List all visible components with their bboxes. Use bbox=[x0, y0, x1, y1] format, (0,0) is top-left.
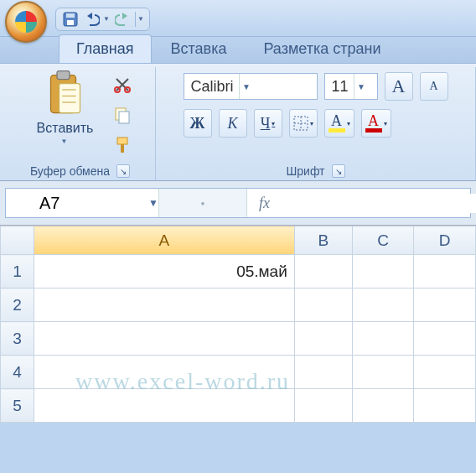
row-header-3[interactable]: 3 bbox=[1, 322, 34, 356]
cell-D4[interactable] bbox=[414, 356, 476, 389]
fill-color-glyph: A bbox=[331, 114, 342, 127]
cell-B4[interactable] bbox=[294, 356, 352, 389]
col-header-D[interactable]: D bbox=[414, 226, 476, 255]
quick-access-toolbar: ▼ ▼ bbox=[55, 8, 150, 31]
svg-rect-14 bbox=[121, 144, 124, 153]
name-box-dropdown-icon[interactable]: ▼ bbox=[148, 197, 158, 209]
shrink-font-button[interactable]: A bbox=[420, 72, 448, 101]
cell-A1[interactable]: 05.май bbox=[34, 255, 295, 288]
paste-dropdown-icon[interactable]: ▼ bbox=[61, 138, 68, 145]
format-painter-icon[interactable] bbox=[111, 134, 133, 156]
formula-bar: ▼ fx bbox=[5, 188, 471, 218]
cell-C2[interactable] bbox=[352, 288, 414, 322]
group-clipboard: Вставить ▼ Буфер обмена ↘ bbox=[5, 67, 156, 180]
cell-D1[interactable] bbox=[414, 255, 476, 288]
cell-A4[interactable] bbox=[34, 356, 295, 389]
paste-label: Вставить bbox=[37, 121, 94, 136]
font-size-combo[interactable]: 11▼ bbox=[324, 73, 378, 100]
tab-page-layout[interactable]: Разметка страни bbox=[246, 34, 398, 63]
save-icon[interactable] bbox=[61, 10, 80, 29]
cut-icon[interactable] bbox=[111, 74, 133, 96]
font-dialog-launcher-icon[interactable]: ↘ bbox=[332, 164, 345, 178]
row-header-1[interactable]: 1 bbox=[1, 255, 34, 288]
paste-button[interactable]: Вставить ▼ bbox=[28, 69, 103, 145]
svg-rect-12 bbox=[119, 112, 129, 123]
fill-color-button[interactable]: A bbox=[324, 109, 354, 138]
cell-D2[interactable] bbox=[414, 288, 476, 322]
ribbon-tabs: Главная Вставка Разметка страни bbox=[0, 37, 476, 64]
col-header-C[interactable]: C bbox=[352, 226, 414, 255]
borders-button[interactable] bbox=[289, 109, 318, 138]
formula-input[interactable] bbox=[282, 194, 476, 213]
cell-C3[interactable] bbox=[352, 322, 414, 356]
cell-B2[interactable] bbox=[294, 288, 352, 322]
row-header-5[interactable]: 5 bbox=[1, 389, 34, 423]
svg-rect-1 bbox=[66, 13, 75, 18]
group-font: Calibri▼ 11▼ A A Ж К Ч A A bbox=[156, 67, 476, 180]
font-name-combo[interactable]: Calibri▼ bbox=[184, 73, 318, 100]
redo-icon[interactable] bbox=[113, 10, 132, 29]
cell-A5[interactable] bbox=[34, 389, 295, 423]
svg-rect-13 bbox=[117, 138, 127, 144]
undo-icon[interactable] bbox=[83, 10, 101, 29]
grow-font-button[interactable]: A bbox=[385, 72, 413, 101]
ribbon: Вставить ▼ Буфер обмена ↘ bbox=[0, 64, 476, 181]
cell-C4[interactable] bbox=[352, 356, 414, 389]
font-color-glyph: A bbox=[368, 114, 379, 127]
group-clipboard-label: Буфер обмена bbox=[30, 164, 110, 178]
row-header-4[interactable]: 4 bbox=[1, 356, 34, 389]
italic-button[interactable]: К bbox=[219, 109, 247, 138]
cell-C5[interactable] bbox=[352, 389, 414, 423]
font-color-button[interactable]: A bbox=[361, 109, 391, 138]
tab-insert[interactable]: Вставка bbox=[153, 34, 245, 63]
copy-icon[interactable] bbox=[111, 104, 133, 126]
qat-customize-icon[interactable]: ▼ bbox=[137, 15, 144, 23]
col-header-B[interactable]: B bbox=[294, 226, 352, 255]
tab-home[interactable]: Главная bbox=[59, 34, 152, 63]
cell-B1[interactable] bbox=[294, 255, 352, 288]
svg-rect-2 bbox=[67, 20, 74, 25]
font-name-value: Calibri bbox=[191, 78, 234, 96]
cell-B5[interactable] bbox=[294, 389, 352, 423]
cell-A2[interactable] bbox=[34, 288, 295, 322]
font-size-value: 11 bbox=[332, 78, 349, 96]
cell-C1[interactable] bbox=[352, 255, 414, 288]
cell-A3[interactable] bbox=[34, 322, 295, 356]
svg-rect-5 bbox=[59, 84, 80, 113]
office-button[interactable] bbox=[5, 1, 47, 43]
cell-B3[interactable] bbox=[294, 322, 352, 356]
underline-button[interactable]: Ч bbox=[254, 109, 282, 138]
col-header-A[interactable]: A bbox=[34, 226, 295, 255]
undo-dropdown-icon[interactable]: ▼ bbox=[103, 15, 110, 23]
formula-bar-spacer bbox=[158, 189, 247, 217]
cell-D3[interactable] bbox=[414, 322, 476, 356]
bold-button[interactable]: Ж bbox=[184, 109, 212, 138]
row-header-2[interactable]: 2 bbox=[1, 288, 34, 322]
select-all-corner[interactable] bbox=[1, 226, 34, 255]
fx-button[interactable]: fx bbox=[247, 195, 282, 212]
name-box[interactable] bbox=[6, 193, 148, 214]
cell-D5[interactable] bbox=[414, 389, 476, 423]
group-font-label: Шрифт bbox=[286, 164, 324, 178]
spreadsheet-grid[interactable]: A B C D 1 05.май 2 3 4 bbox=[0, 226, 476, 423]
clipboard-dialog-launcher-icon[interactable]: ↘ bbox=[116, 164, 130, 178]
svg-rect-4 bbox=[57, 71, 70, 80]
